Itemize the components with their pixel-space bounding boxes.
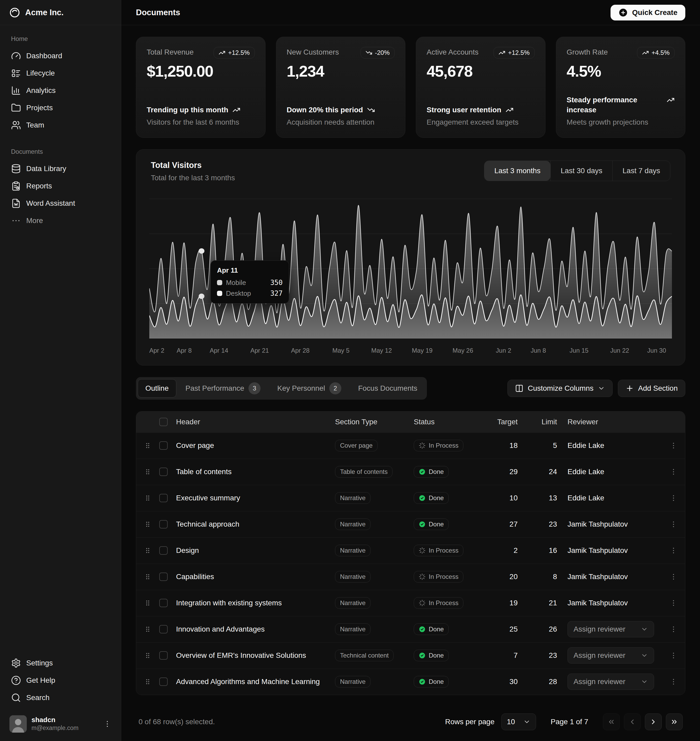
row-checkbox[interactable] (159, 678, 168, 686)
row-checkbox[interactable] (159, 441, 168, 450)
row-header-cell[interactable]: Executive summary (176, 494, 335, 502)
sidebar-item-data-library[interactable]: Data Library (6, 160, 115, 177)
row-menu-button[interactable] (669, 625, 678, 633)
sidebar-item-search[interactable]: Search (6, 689, 115, 706)
next-page-button[interactable] (645, 713, 662, 730)
sidebar-item-settings[interactable]: Settings (6, 654, 115, 672)
row-checkbox[interactable] (159, 520, 168, 528)
tab-past-performance[interactable]: Past Performance 3 (178, 379, 268, 397)
row-header-cell[interactable]: Technical approach (176, 520, 335, 528)
limit-cell[interactable]: 24 (518, 468, 557, 476)
row-menu-button[interactable] (669, 520, 678, 528)
target-cell[interactable]: 27 (486, 520, 518, 528)
target-cell[interactable]: 30 (486, 678, 518, 686)
select-all-checkbox[interactable] (159, 418, 168, 426)
row-menu-button[interactable] (669, 651, 678, 659)
reviewer-name: Eddie Lake (568, 441, 604, 450)
row-checkbox[interactable] (159, 651, 168, 660)
range-tab-last-30-days[interactable]: Last 30 days (550, 161, 612, 181)
tab-key-personnel[interactable]: Key Personnel 2 (270, 379, 349, 397)
chevron-left-icon (628, 718, 636, 726)
sidebar-item-get-help[interactable]: Get Help (6, 672, 115, 689)
user-menu[interactable]: shadcn m@example.com (6, 713, 115, 735)
first-page-button[interactable] (603, 713, 620, 730)
rows-per-page-select[interactable]: 10 (501, 713, 536, 730)
row-menu-button[interactable] (669, 468, 678, 476)
row-checkbox[interactable] (159, 599, 168, 607)
target-cell[interactable]: 7 (486, 651, 518, 660)
limit-cell[interactable]: 5 (518, 441, 557, 450)
sidebar-item-word-assistant[interactable]: Word Assistant (6, 195, 115, 212)
database-icon (11, 164, 21, 174)
limit-cell[interactable]: 13 (518, 494, 557, 502)
row-header-cell[interactable]: Integration with existing systems (176, 599, 335, 607)
chevron-down-icon (641, 678, 648, 685)
target-cell[interactable]: 25 (486, 625, 518, 634)
workspace-switcher[interactable]: Acme Inc. (9, 7, 63, 18)
last-page-button[interactable] (666, 713, 683, 730)
row-header-cell[interactable]: Overview of EMR's Innovative Solutions (176, 651, 335, 660)
limit-cell[interactable]: 23 (518, 520, 557, 528)
assign-reviewer-select[interactable]: Assign reviewer (568, 673, 654, 690)
sidebar-item-lifecycle[interactable]: Lifecycle (6, 65, 115, 82)
drag-handle-icon[interactable] (144, 468, 151, 476)
limit-cell[interactable]: 21 (518, 599, 557, 607)
row-header-cell[interactable]: Table of contents (176, 468, 335, 476)
drag-handle-icon[interactable] (144, 494, 151, 502)
sidebar-item-projects[interactable]: Projects (6, 99, 115, 116)
row-checkbox[interactable] (159, 625, 168, 634)
range-tab-last-3-months[interactable]: Last 3 months (484, 161, 550, 181)
row-header-cell[interactable]: Innovation and Advantages (176, 625, 335, 634)
row-menu-button[interactable] (669, 494, 678, 502)
row-menu-button[interactable] (669, 547, 678, 554)
row-checkbox[interactable] (159, 546, 168, 555)
sidebar-item-dashboard[interactable]: Dashboard (6, 47, 115, 65)
drag-handle-icon[interactable] (144, 547, 151, 554)
limit-cell[interactable]: 28 (518, 678, 557, 686)
x-axis-label: Apr 2 (149, 347, 164, 354)
area-chart[interactable]: Apr 11 Mobile 350 Desktop 327 (149, 191, 672, 338)
tab-outline[interactable]: Outline (138, 379, 176, 397)
row-header-cell[interactable]: Cover page (176, 441, 335, 450)
row-menu-button[interactable] (669, 442, 678, 450)
row-checkbox[interactable] (159, 573, 168, 581)
target-cell[interactable]: 2 (486, 546, 518, 555)
row-checkbox[interactable] (159, 468, 168, 476)
row-menu-button[interactable] (669, 599, 678, 607)
target-cell[interactable]: 29 (486, 468, 518, 476)
row-header-cell[interactable]: Capabilities (176, 573, 335, 581)
row-header-cell[interactable]: Advanced Algorithms and Machine Learning (176, 678, 335, 686)
limit-cell[interactable]: 26 (518, 625, 557, 634)
row-menu-button[interactable] (669, 573, 678, 581)
assign-reviewer-select[interactable]: Assign reviewer (568, 647, 654, 664)
drag-handle-icon[interactable] (144, 651, 151, 659)
target-cell[interactable]: 20 (486, 573, 518, 581)
target-cell[interactable]: 10 (486, 494, 518, 502)
tab-focus-documents[interactable]: Focus Documents (350, 379, 425, 397)
sidebar-item-team[interactable]: Team (6, 116, 115, 134)
drag-handle-icon[interactable] (144, 678, 151, 686)
add-section-button[interactable]: Add Section (618, 380, 685, 397)
section-type-badge: Narrative (335, 623, 371, 635)
row-menu-button[interactable] (669, 678, 678, 686)
drag-handle-icon[interactable] (144, 573, 151, 581)
sidebar-item-analytics[interactable]: Analytics (6, 82, 115, 99)
assign-reviewer-select[interactable]: Assign reviewer (568, 621, 654, 637)
drag-handle-icon[interactable] (144, 599, 151, 607)
limit-cell[interactable]: 16 (518, 546, 557, 555)
sidebar-item-more[interactable]: More (6, 212, 115, 229)
quick-create-button[interactable]: Quick Create (610, 5, 685, 21)
prev-page-button[interactable] (624, 713, 641, 730)
target-cell[interactable]: 19 (486, 599, 518, 607)
drag-handle-icon[interactable] (144, 442, 151, 450)
drag-handle-icon[interactable] (144, 520, 151, 528)
range-tab-last-7-days[interactable]: Last 7 days (612, 161, 670, 181)
sidebar-item-reports[interactable]: Reports (6, 177, 115, 195)
row-checkbox[interactable] (159, 494, 168, 502)
row-header-cell[interactable]: Design (176, 546, 335, 555)
customize-columns-button[interactable]: Customize Columns (507, 380, 613, 397)
drag-handle-icon[interactable] (144, 625, 151, 633)
limit-cell[interactable]: 23 (518, 651, 557, 660)
target-cell[interactable]: 18 (486, 441, 518, 450)
limit-cell[interactable]: 8 (518, 573, 557, 581)
